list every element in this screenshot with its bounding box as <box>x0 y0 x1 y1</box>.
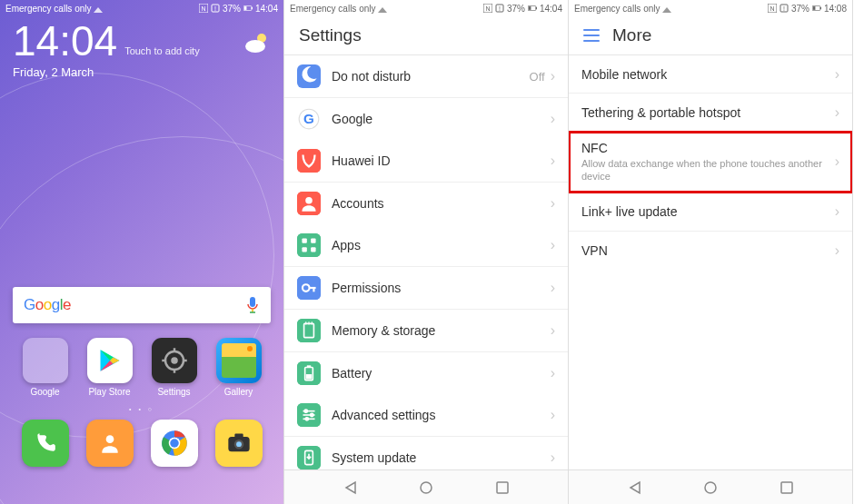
battery-icon <box>528 4 537 13</box>
phone-more-screen: Emergency calls only N ! 37% 14:08 More … <box>569 0 853 504</box>
nfc-icon: N <box>768 4 777 13</box>
settings-row-permissions[interactable]: Permissions› <box>284 267 568 310</box>
svg-text:N: N <box>201 5 205 12</box>
more-row-tethering-portable-hotspot[interactable]: Tethering & portable hotspot› <box>569 94 852 132</box>
more-row-nfc[interactable]: NFCAllow data exchange when the phone to… <box>569 132 852 193</box>
svg-rect-35 <box>536 7 537 10</box>
row-label: Accounts <box>332 196 551 211</box>
hw-icon <box>297 149 321 173</box>
settings-row-google[interactable]: GGoogle› <box>284 98 568 140</box>
app-play-store[interactable]: Play Store <box>83 338 137 397</box>
g-icon: G <box>297 107 321 131</box>
settings-row-system-update[interactable]: System update› <box>284 437 568 469</box>
signal-icon <box>662 4 671 13</box>
svg-point-26 <box>236 441 242 447</box>
signal-icon <box>94 4 103 13</box>
row-value: Off <box>530 70 545 84</box>
settings-title: Settings <box>284 16 568 55</box>
app-gallery[interactable]: Gallery <box>212 338 266 397</box>
clock-time: 14:04 <box>13 20 117 62</box>
more-row-link-live-update[interactable]: Link+ live update› <box>569 193 852 232</box>
settings-row-battery[interactable]: Battery› <box>284 352 568 394</box>
chevron-right-icon: › <box>551 365 555 381</box>
svg-rect-45 <box>302 247 306 252</box>
chevron-right-icon: › <box>551 407 555 423</box>
nav-bar <box>284 469 568 504</box>
battery-percent: 37% <box>223 4 241 14</box>
chevron-right-icon: › <box>551 237 555 253</box>
svg-rect-5 <box>252 7 253 10</box>
settings-list[interactable]: Do not disturbOff›GGoogle›Huawei ID›Acco… <box>284 55 568 469</box>
nav-home[interactable] <box>416 478 436 498</box>
row-label: System update <box>332 450 551 465</box>
dock <box>13 420 271 467</box>
row-subtitle: Allow data exchange when the phone touch… <box>581 157 835 183</box>
app-settings[interactable]: Settings <box>147 338 202 397</box>
settings-row-do-not-disturb[interactable]: Do not disturbOff› <box>284 55 568 98</box>
date-text: Friday, 2 March <box>13 65 271 79</box>
upd-icon <box>297 446 321 469</box>
more-row-mobile-network[interactable]: Mobile network› <box>569 55 852 94</box>
settings-row-huawei-id[interactable]: Huawei ID› <box>284 140 568 183</box>
nfc-icon: N <box>199 4 208 13</box>
nav-recent[interactable] <box>492 478 512 498</box>
dock-camera[interactable] <box>215 420 263 467</box>
svg-rect-43 <box>302 238 306 242</box>
page-indicator: • • ○ <box>13 406 271 412</box>
google-search-bar[interactable]: Google <box>13 287 271 323</box>
svg-text:N: N <box>770 5 774 12</box>
clock-widget[interactable]: 14:04 Touch to add city <box>13 20 271 62</box>
chevron-right-icon: › <box>835 66 839 83</box>
chevron-right-icon: › <box>835 242 839 259</box>
svg-rect-56 <box>297 361 321 385</box>
dock-phone[interactable] <box>22 420 69 467</box>
row-label: Link+ live update <box>581 204 835 219</box>
svg-text:N: N <box>485 5 490 12</box>
page-title: Settings <box>299 25 362 45</box>
menu-icon[interactable] <box>583 29 600 42</box>
svg-point-23 <box>170 439 179 448</box>
chevron-right-icon: › <box>551 68 555 84</box>
settings-row-apps[interactable]: Apps› <box>284 224 568 267</box>
more-list[interactable]: Mobile network›Tethering & portable hots… <box>569 55 852 469</box>
app-google-folder[interactable]: Google <box>18 338 73 397</box>
row-label: Apps <box>332 238 551 252</box>
chevron-right-icon: › <box>835 104 839 121</box>
svg-text:G: G <box>303 111 314 126</box>
svg-rect-46 <box>311 247 315 252</box>
svg-point-82 <box>705 482 716 493</box>
carrier-text: Emergency calls only <box>574 4 660 14</box>
key-icon <box>297 276 321 300</box>
settings-row-advanced-settings[interactable]: Advanced settings› <box>284 394 568 437</box>
moon-icon <box>297 64 321 88</box>
svg-rect-58 <box>307 365 311 367</box>
chevron-right-icon: › <box>551 153 555 169</box>
add-city-link[interactable]: Touch to add city <box>124 45 200 56</box>
status-time: 14:04 <box>540 4 562 14</box>
settings-row-memory-storage[interactable]: Memory & storage› <box>284 310 568 352</box>
status-bar: Emergency calls only N ! 37% 14:04 <box>284 0 568 16</box>
dock-chrome[interactable] <box>151 420 198 467</box>
battery-saver-icon: ! <box>495 4 504 13</box>
weather-icon[interactable] <box>243 31 271 58</box>
nav-recent[interactable] <box>777 478 797 498</box>
svg-rect-44 <box>311 238 315 242</box>
battery-saver-icon: ! <box>211 4 220 13</box>
voice-search-icon[interactable] <box>245 296 260 314</box>
nav-home[interactable] <box>700 478 720 498</box>
svg-rect-27 <box>234 433 243 438</box>
svg-rect-80 <box>820 7 821 10</box>
row-label: Huawei ID <box>332 153 551 168</box>
nav-back[interactable] <box>625 478 645 498</box>
svg-rect-42 <box>297 233 321 257</box>
svg-text:!: ! <box>783 5 785 12</box>
nav-back[interactable] <box>341 478 361 498</box>
settings-row-accounts[interactable]: Accounts› <box>284 183 568 224</box>
dock-contacts[interactable] <box>86 420 134 467</box>
row-label: Permissions <box>332 281 551 295</box>
svg-point-73 <box>421 482 432 493</box>
battery-icon <box>243 4 253 13</box>
more-row-vpn[interactable]: VPN› <box>569 232 852 270</box>
svg-rect-74 <box>497 482 508 493</box>
svg-rect-83 <box>781 482 792 493</box>
